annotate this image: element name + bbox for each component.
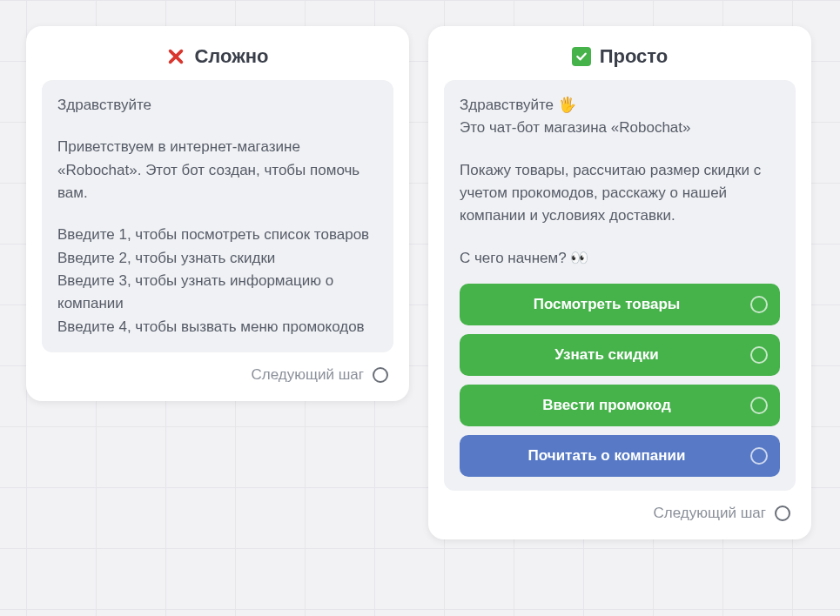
promo-button[interactable]: Ввести промокод xyxy=(460,385,780,426)
msg-greet: Здравствуйте 🖐 xyxy=(460,94,780,117)
msg-greet: Здравствуйте xyxy=(57,94,378,117)
card-title-complex: Сложно xyxy=(194,45,268,68)
msg-intro: Это чат-бот магазина «Robochat» xyxy=(460,117,780,139)
msg-opt4: Введите 4, чтобы вызвать меню промокодов xyxy=(57,316,378,338)
button-label: Ввести промокод xyxy=(542,397,670,413)
view-products-button[interactable]: Посмотреть товары xyxy=(460,284,780,325)
circle-icon xyxy=(775,506,790,521)
msg-intro: Приветствуем в интернет-магазине «Roboch… xyxy=(57,136,378,204)
msg-opt1: Введите 1, чтобы посмотреть список товар… xyxy=(57,224,378,246)
next-step-complex[interactable]: Следующий шаг xyxy=(42,352,393,385)
message-box-simple: Здравствуйте 🖐 Это чат-бот магазина «Rob… xyxy=(444,80,796,491)
next-step-label: Следующий шаг xyxy=(252,366,364,384)
msg-prompt: С чего начнем? 👀 xyxy=(460,247,780,270)
button-label: Почитать о компании xyxy=(528,447,686,464)
msg-desc: Покажу товары, рассчитаю размер скидки с… xyxy=(460,159,780,228)
discounts-button[interactable]: Узнать скидки xyxy=(460,334,780,376)
circle-icon xyxy=(750,397,768,414)
card-complex: Сложно Здравствуйте Приветствуем в интер… xyxy=(26,26,409,401)
card-simple: Просто Здравствуйте 🖐 Это чат-бот магази… xyxy=(428,26,811,539)
card-header-complex: Сложно xyxy=(42,40,393,80)
x-icon xyxy=(166,47,185,66)
button-label: Посмотреть товары xyxy=(534,296,681,312)
button-list: Посмотреть товары Узнать скидки Ввести п… xyxy=(460,284,780,477)
next-step-label: Следующий шаг xyxy=(654,505,766,522)
card-header-simple: Просто xyxy=(444,40,796,80)
button-label: Узнать скидки xyxy=(554,346,659,363)
about-company-button[interactable]: Почитать о компании xyxy=(460,435,780,477)
card-title-simple: Просто xyxy=(600,45,669,68)
message-box-complex: Здравствуйте Приветствуем в интернет-маг… xyxy=(42,80,393,352)
circle-icon xyxy=(750,296,768,313)
msg-opt2: Введите 2, чтобы узнать скидки xyxy=(57,247,378,270)
check-icon xyxy=(572,47,591,66)
circle-icon xyxy=(750,346,768,364)
circle-icon xyxy=(373,367,388,383)
circle-icon xyxy=(750,447,768,465)
msg-opt3: Введите 3, чтобы узнать информацию о ком… xyxy=(57,270,378,316)
next-step-simple[interactable]: Следующий шаг xyxy=(444,491,796,524)
